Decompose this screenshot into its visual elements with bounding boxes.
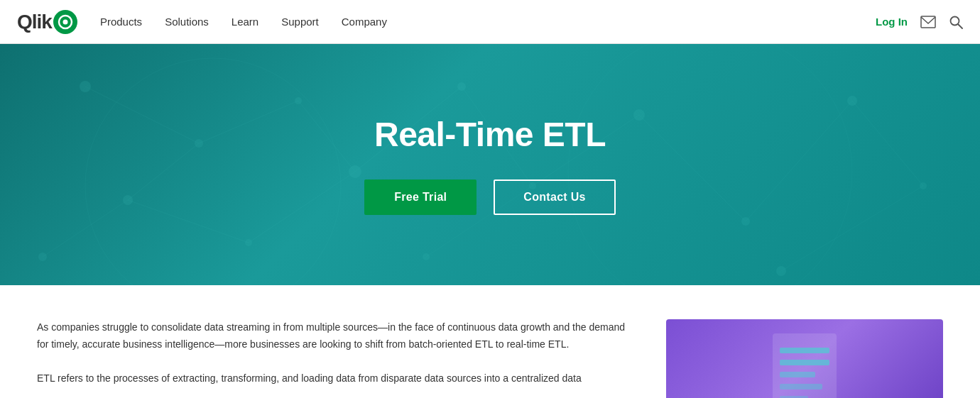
hero-buttons: Free Trial Contact Us [364,179,616,215]
svg-line-4 [959,24,963,28]
nav-right: Log In [876,15,963,29]
svg-rect-41 [780,384,822,389]
content-illustration [734,323,876,398]
content-image [666,319,943,398]
nav-solutions[interactable]: Solutions [165,16,209,28]
login-link[interactable]: Log In [876,16,908,28]
svg-line-34 [43,200,128,257]
search-icon [949,15,963,29]
contact-us-button[interactable]: Contact Us [494,179,615,215]
svg-line-27 [298,101,355,172]
nav-products[interactable]: Products [100,16,142,28]
svg-rect-2 [921,16,935,28]
svg-rect-38 [780,348,829,353]
content-paragraph-2: ETL refers to the processes of extractin… [37,370,632,387]
hero-title: Real-Time ETL [374,115,606,154]
svg-point-1 [62,19,67,24]
svg-line-24 [128,143,199,200]
mail-button[interactable] [920,16,936,28]
svg-line-22 [85,87,199,143]
svg-line-23 [199,101,298,143]
svg-line-31 [639,115,746,221]
free-trial-button[interactable]: Free Trial [364,179,477,215]
hero-content: Real-Time ETL Free Trial Contact Us [364,115,616,215]
svg-rect-39 [780,360,829,365]
navbar: Qlik Products Solutions Learn Support Co… [0,0,980,44]
nav-links: Products Solutions Learn Support Company [100,16,876,28]
svg-point-3 [951,16,959,25]
svg-line-25 [128,200,249,243]
svg-point-20 [85,58,341,285]
nav-company[interactable]: Company [342,16,387,28]
svg-line-32 [746,101,852,221]
logo-text: Qlik [17,11,52,33]
logo-icon [53,10,77,34]
mail-icon [920,16,936,28]
content-text: As companies struggle to consolidate dat… [37,319,632,398]
content-paragraph-1: As companies struggle to consolidate dat… [37,319,632,353]
content-section: As companies struggle to consolidate dat… [0,285,980,398]
svg-line-36 [781,186,923,271]
svg-rect-40 [780,372,815,377]
nav-support[interactable]: Support [281,16,319,28]
svg-line-33 [852,101,923,186]
logo[interactable]: Qlik [17,10,77,34]
hero-section: Real-Time ETL Free Trial Contact Us [0,44,980,285]
nav-learn[interactable]: Learn [232,16,258,28]
search-button[interactable] [949,15,963,29]
